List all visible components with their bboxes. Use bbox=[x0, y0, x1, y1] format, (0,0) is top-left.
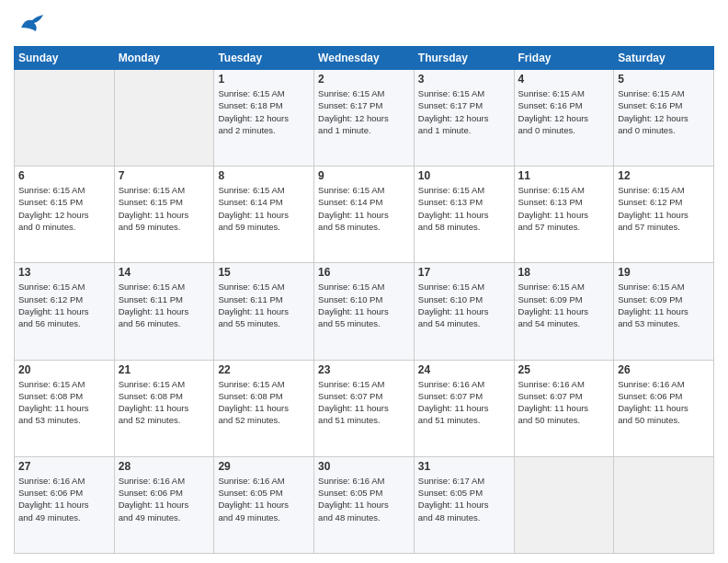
day-number: 4 bbox=[518, 73, 610, 86]
day-number: 25 bbox=[518, 363, 610, 376]
day-info: Sunrise: 6:15 AM Sunset: 6:17 PM Dayligh… bbox=[418, 87, 510, 136]
day-info: Sunrise: 6:15 AM Sunset: 6:14 PM Dayligh… bbox=[318, 184, 410, 233]
day-info: Sunrise: 6:15 AM Sunset: 6:09 PM Dayligh… bbox=[618, 281, 710, 329]
day-number: 12 bbox=[618, 169, 710, 182]
day-info: Sunrise: 6:15 AM Sunset: 6:11 PM Dayligh… bbox=[119, 281, 210, 329]
day-cell: 30Sunrise: 6:16 AM Sunset: 6:05 PM Dayli… bbox=[314, 456, 415, 553]
day-cell: 27Sunrise: 6:16 AM Sunset: 6:06 PM Dayli… bbox=[15, 456, 115, 553]
day-cell: 1Sunrise: 6:15 AM Sunset: 6:18 PM Daylig… bbox=[214, 70, 314, 167]
day-cell: 15Sunrise: 6:15 AM Sunset: 6:11 PM Dayli… bbox=[214, 263, 314, 360]
week-row-5: 27Sunrise: 6:16 AM Sunset: 6:06 PM Dayli… bbox=[15, 456, 714, 553]
day-number: 30 bbox=[318, 460, 410, 473]
week-row-1: 1Sunrise: 6:15 AM Sunset: 6:18 PM Daylig… bbox=[15, 70, 714, 167]
day-info: Sunrise: 6:15 AM Sunset: 6:12 PM Dayligh… bbox=[618, 184, 710, 233]
day-cell: 18Sunrise: 6:15 AM Sunset: 6:09 PM Dayli… bbox=[514, 263, 614, 360]
day-number: 29 bbox=[218, 460, 310, 473]
day-cell: 25Sunrise: 6:16 AM Sunset: 6:07 PM Dayli… bbox=[514, 360, 614, 456]
day-number: 5 bbox=[618, 73, 710, 86]
day-number: 28 bbox=[119, 460, 210, 473]
day-cell bbox=[514, 456, 614, 553]
day-number: 1 bbox=[218, 73, 310, 86]
header-cell-saturday: Saturday bbox=[614, 47, 714, 70]
day-info: Sunrise: 6:16 AM Sunset: 6:05 PM Dayligh… bbox=[318, 475, 410, 523]
day-number: 17 bbox=[418, 266, 510, 279]
day-cell bbox=[114, 70, 214, 167]
day-info: Sunrise: 6:15 AM Sunset: 6:11 PM Dayligh… bbox=[218, 281, 310, 329]
calendar-body: 1Sunrise: 6:15 AM Sunset: 6:18 PM Daylig… bbox=[15, 70, 714, 554]
day-info: Sunrise: 6:17 AM Sunset: 6:05 PM Dayligh… bbox=[418, 475, 510, 523]
logo-bird-icon bbox=[17, 9, 47, 39]
header-cell-wednesday: Wednesday bbox=[314, 47, 415, 70]
header bbox=[14, 9, 714, 39]
day-info: Sunrise: 6:15 AM Sunset: 6:12 PM Dayligh… bbox=[18, 281, 110, 329]
day-info: Sunrise: 6:16 AM Sunset: 6:07 PM Dayligh… bbox=[418, 378, 510, 427]
day-info: Sunrise: 6:15 AM Sunset: 6:08 PM Dayligh… bbox=[119, 378, 210, 427]
day-cell: 24Sunrise: 6:16 AM Sunset: 6:07 PM Dayli… bbox=[414, 360, 514, 456]
day-number: 14 bbox=[119, 266, 210, 279]
day-info: Sunrise: 6:15 AM Sunset: 6:15 PM Dayligh… bbox=[18, 184, 110, 233]
day-number: 7 bbox=[119, 169, 210, 182]
day-cell: 6Sunrise: 6:15 AM Sunset: 6:15 PM Daylig… bbox=[15, 167, 115, 263]
day-info: Sunrise: 6:16 AM Sunset: 6:06 PM Dayligh… bbox=[119, 475, 210, 523]
day-info: Sunrise: 6:16 AM Sunset: 6:05 PM Dayligh… bbox=[218, 475, 310, 523]
day-number: 9 bbox=[318, 169, 410, 182]
day-number: 19 bbox=[618, 266, 710, 279]
day-cell: 7Sunrise: 6:15 AM Sunset: 6:15 PM Daylig… bbox=[114, 167, 214, 263]
day-cell: 22Sunrise: 6:15 AM Sunset: 6:08 PM Dayli… bbox=[214, 360, 314, 456]
day-cell: 10Sunrise: 6:15 AM Sunset: 6:13 PM Dayli… bbox=[414, 167, 514, 263]
day-info: Sunrise: 6:15 AM Sunset: 6:08 PM Dayligh… bbox=[18, 378, 110, 427]
week-row-3: 13Sunrise: 6:15 AM Sunset: 6:12 PM Dayli… bbox=[15, 263, 714, 360]
day-number: 24 bbox=[418, 363, 510, 376]
header-row: SundayMondayTuesdayWednesdayThursdayFrid… bbox=[15, 47, 714, 70]
day-info: Sunrise: 6:15 AM Sunset: 6:17 PM Dayligh… bbox=[318, 87, 410, 136]
day-cell: 13Sunrise: 6:15 AM Sunset: 6:12 PM Dayli… bbox=[15, 263, 115, 360]
logo bbox=[14, 9, 47, 39]
day-number: 23 bbox=[318, 363, 410, 376]
day-cell: 19Sunrise: 6:15 AM Sunset: 6:09 PM Dayli… bbox=[614, 263, 714, 360]
day-number: 26 bbox=[618, 363, 710, 376]
day-cell: 2Sunrise: 6:15 AM Sunset: 6:17 PM Daylig… bbox=[314, 70, 415, 167]
day-cell: 9Sunrise: 6:15 AM Sunset: 6:14 PM Daylig… bbox=[314, 167, 415, 263]
day-info: Sunrise: 6:15 AM Sunset: 6:08 PM Dayligh… bbox=[218, 378, 310, 427]
day-number: 27 bbox=[18, 460, 110, 473]
day-info: Sunrise: 6:15 AM Sunset: 6:13 PM Dayligh… bbox=[518, 184, 610, 233]
day-info: Sunrise: 6:15 AM Sunset: 6:15 PM Dayligh… bbox=[119, 184, 210, 233]
day-number: 21 bbox=[119, 363, 210, 376]
day-number: 22 bbox=[218, 363, 310, 376]
day-number: 18 bbox=[518, 266, 610, 279]
day-cell: 31Sunrise: 6:17 AM Sunset: 6:05 PM Dayli… bbox=[414, 456, 514, 553]
day-info: Sunrise: 6:15 AM Sunset: 6:07 PM Dayligh… bbox=[318, 378, 410, 427]
day-info: Sunrise: 6:16 AM Sunset: 6:07 PM Dayligh… bbox=[518, 378, 610, 427]
day-number: 3 bbox=[418, 73, 510, 86]
day-cell: 16Sunrise: 6:15 AM Sunset: 6:10 PM Dayli… bbox=[314, 263, 415, 360]
day-cell: 14Sunrise: 6:15 AM Sunset: 6:11 PM Dayli… bbox=[114, 263, 214, 360]
week-row-4: 20Sunrise: 6:15 AM Sunset: 6:08 PM Dayli… bbox=[15, 360, 714, 456]
day-number: 20 bbox=[18, 363, 110, 376]
day-number: 11 bbox=[518, 169, 610, 182]
day-number: 2 bbox=[318, 73, 410, 86]
day-cell bbox=[614, 456, 714, 553]
week-row-2: 6Sunrise: 6:15 AM Sunset: 6:15 PM Daylig… bbox=[15, 167, 714, 263]
day-info: Sunrise: 6:15 AM Sunset: 6:13 PM Dayligh… bbox=[418, 184, 510, 233]
day-info: Sunrise: 6:15 AM Sunset: 6:14 PM Dayligh… bbox=[218, 184, 310, 233]
day-number: 13 bbox=[18, 266, 110, 279]
header-cell-sunday: Sunday bbox=[15, 47, 115, 70]
day-cell: 29Sunrise: 6:16 AM Sunset: 6:05 PM Dayli… bbox=[214, 456, 314, 553]
day-cell bbox=[15, 70, 115, 167]
day-info: Sunrise: 6:15 AM Sunset: 6:10 PM Dayligh… bbox=[418, 281, 510, 329]
day-cell: 21Sunrise: 6:15 AM Sunset: 6:08 PM Dayli… bbox=[114, 360, 214, 456]
day-number: 8 bbox=[218, 169, 310, 182]
day-cell: 23Sunrise: 6:15 AM Sunset: 6:07 PM Dayli… bbox=[314, 360, 415, 456]
day-cell: 11Sunrise: 6:15 AM Sunset: 6:13 PM Dayli… bbox=[514, 167, 614, 263]
day-info: Sunrise: 6:15 AM Sunset: 6:16 PM Dayligh… bbox=[518, 87, 610, 136]
day-info: Sunrise: 6:15 AM Sunset: 6:09 PM Dayligh… bbox=[518, 281, 610, 329]
day-number: 10 bbox=[418, 169, 510, 182]
day-cell: 8Sunrise: 6:15 AM Sunset: 6:14 PM Daylig… bbox=[214, 167, 314, 263]
day-cell: 12Sunrise: 6:15 AM Sunset: 6:12 PM Dayli… bbox=[614, 167, 714, 263]
header-cell-tuesday: Tuesday bbox=[214, 47, 314, 70]
day-cell: 28Sunrise: 6:16 AM Sunset: 6:06 PM Dayli… bbox=[114, 456, 214, 553]
day-number: 31 bbox=[418, 460, 510, 473]
day-cell: 5Sunrise: 6:15 AM Sunset: 6:16 PM Daylig… bbox=[614, 70, 714, 167]
day-number: 16 bbox=[318, 266, 410, 279]
day-cell: 4Sunrise: 6:15 AM Sunset: 6:16 PM Daylig… bbox=[514, 70, 614, 167]
